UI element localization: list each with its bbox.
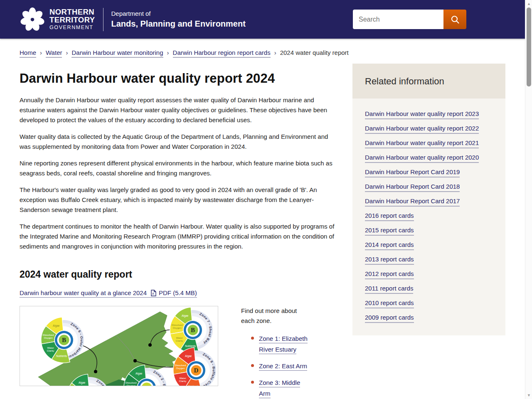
harbour-zones-map: Zone 6 - Outer HarbourAlgaeDissolvedOxyg… bbox=[20, 306, 218, 386]
scrollbar-thumb[interactable] bbox=[527, 7, 531, 86]
breadcrumb-home[interactable]: Home bbox=[20, 49, 36, 58]
nt-flower-icon bbox=[20, 7, 45, 32]
paragraph: The Harbour's water quality was largely … bbox=[20, 185, 335, 215]
related-link[interactable]: Darwin Harbour water quality report 2022 bbox=[365, 125, 479, 134]
zone-3-link[interactable]: Zone 3: Middle Arm bbox=[259, 377, 311, 399]
scrollbar-up-arrow-icon[interactable]: ▲ bbox=[525, 1, 532, 7]
paragraph: The department continues to monitor the … bbox=[20, 222, 335, 251]
svg-text:DissolvedOxygen: DissolvedOxygen bbox=[175, 364, 186, 369]
breadcrumb-separator: › bbox=[274, 49, 276, 56]
svg-text:Algae: Algae bbox=[185, 355, 192, 358]
svg-text:Nutrients: Nutrients bbox=[188, 385, 199, 387]
zone-2-link[interactable]: Zone 2: East Arm bbox=[259, 361, 307, 372]
svg-text:A: A bbox=[152, 292, 154, 295]
svg-text:B: B bbox=[62, 337, 66, 343]
list-item: Zone 2: East Arm bbox=[241, 361, 311, 372]
related-information-title: Related information bbox=[365, 76, 493, 87]
related-link[interactable]: Darwin Harbour water quality report 2023 bbox=[365, 110, 479, 119]
zones-intro-text: Find out more about each zone. bbox=[241, 306, 311, 326]
search-input[interactable] bbox=[353, 10, 443, 29]
site-header: NORTHERN TERRITORY GOVERNMENT Department… bbox=[0, 0, 532, 39]
svg-text:WaterClarity: WaterClarity bbox=[176, 336, 183, 342]
breadcrumb-water[interactable]: Water bbox=[46, 49, 62, 58]
svg-text:DissolvedOxygen: DissolvedOxygen bbox=[126, 381, 137, 386]
breadcrumb-report-cards[interactable]: Darwin Harbour region report cards bbox=[173, 49, 271, 58]
related-link[interactable]: 2013 report cards bbox=[365, 256, 414, 265]
svg-text:WaterClarity: WaterClarity bbox=[179, 377, 187, 382]
related-link[interactable]: 2014 report cards bbox=[365, 241, 414, 250]
svg-text:Algae: Algae bbox=[135, 372, 143, 375]
related-link[interactable]: Darwin Harbour Report Card 2018 bbox=[365, 183, 460, 192]
list-item: Zone 3: Middle Arm bbox=[241, 377, 311, 399]
nt-government-logo[interactable]: NORTHERN TERRITORY GOVERNMENT bbox=[20, 7, 95, 32]
svg-text:DissolvedOxygen: DissolvedOxygen bbox=[43, 333, 54, 339]
search-box bbox=[353, 10, 466, 29]
related-link[interactable]: 2015 report cards bbox=[365, 227, 414, 236]
bullet-icon bbox=[251, 364, 254, 367]
scrollbar-down-arrow-icon[interactable]: ▼ bbox=[525, 392, 532, 398]
svg-text:DissolvedOxygen: DissolvedOxygen bbox=[172, 323, 183, 329]
bullet-icon bbox=[251, 381, 254, 384]
pdf-link-text: Darwin harbour water quality at a glance… bbox=[20, 289, 147, 296]
svg-text:D: D bbox=[194, 367, 199, 374]
pdf-icon: A bbox=[151, 290, 156, 296]
related-information-links: Darwin Harbour water quality report 2023… bbox=[352, 99, 505, 335]
breadcrumb-monitoring[interactable]: Darwin Harbour water monitoring bbox=[71, 49, 163, 58]
search-button[interactable] bbox=[443, 10, 466, 29]
related-link[interactable]: 2012 report cards bbox=[365, 270, 414, 279]
section-title: 2024 water quality report bbox=[20, 269, 335, 280]
svg-text:Algae: Algae bbox=[79, 381, 86, 384]
scrollbar[interactable]: ▲ ▼ bbox=[525, 0, 532, 399]
page: ▲ ▼ NORTHERN TERRITORY GOVERNMENT bbox=[0, 0, 532, 399]
paragraph: Water quality data is collected by the A… bbox=[20, 132, 335, 152]
harbour-map-figure: Zone 6 - Outer HarbourAlgaeDissolvedOxyg… bbox=[20, 306, 218, 386]
bullet-icon bbox=[251, 337, 254, 340]
svg-text:Algae: Algae bbox=[182, 314, 189, 318]
related-link[interactable]: 2010 report cards bbox=[365, 299, 414, 308]
paragraph: Nine reporting zones represent different… bbox=[20, 158, 335, 178]
svg-text:Nutrients: Nutrients bbox=[56, 355, 67, 357]
svg-text:Algae: Algae bbox=[53, 324, 60, 328]
breadcrumb-separator: › bbox=[66, 49, 68, 56]
related-information-header: Related information bbox=[352, 64, 505, 99]
zone-1-link[interactable]: Zone 1: Elizabeth River Estuary bbox=[259, 333, 311, 355]
svg-text:WaterClarity: WaterClarity bbox=[47, 346, 54, 352]
zone-links-list: Zone 1: Elizabeth River Estuary Zone 2: … bbox=[241, 333, 311, 399]
breadcrumb-current: 2024 water quality report bbox=[280, 49, 349, 56]
pdf-link-size: PDF (5.4 MB) bbox=[159, 289, 197, 296]
svg-text:Nutrients: Nutrients bbox=[185, 345, 196, 347]
breadcrumb-separator: › bbox=[40, 49, 42, 56]
related-link[interactable]: 2016 report cards bbox=[365, 212, 414, 221]
nt-government-wordmark: NORTHERN TERRITORY GOVERNMENT bbox=[49, 8, 95, 30]
related-link[interactable]: Darwin Harbour water quality report 2021 bbox=[365, 139, 479, 148]
related-information-panel: Related information Darwin Harbour water… bbox=[352, 64, 505, 399]
related-link[interactable]: Darwin Harbour Report Card 2017 bbox=[365, 197, 460, 207]
list-item: Zone 1: Elizabeth River Estuary bbox=[241, 333, 311, 355]
department-title: Department of Lands, Planning and Enviro… bbox=[111, 10, 245, 29]
breadcrumb: Home›Water›Darwin Harbour water monitori… bbox=[20, 49, 505, 56]
page-title: Darwin Harbour water quality report 2024 bbox=[20, 71, 335, 86]
main-content: Darwin Harbour water quality report 2024… bbox=[20, 64, 335, 399]
intro-paragraph: Annually the Darwin Harbour water qualit… bbox=[20, 95, 335, 125]
svg-text:B: B bbox=[191, 327, 195, 333]
pdf-download-link[interactable]: Darwin harbour water quality at a glance… bbox=[20, 289, 197, 298]
header-divider bbox=[103, 8, 103, 31]
related-link[interactable]: 2011 report cards bbox=[365, 285, 413, 294]
related-link[interactable]: Darwin Harbour Report Card 2019 bbox=[365, 168, 460, 177]
related-link[interactable]: Darwin Harbour water quality report 2020 bbox=[365, 154, 479, 163]
related-link[interactable]: 2009 report cards bbox=[365, 314, 414, 323]
breadcrumb-separator: › bbox=[167, 49, 169, 56]
search-icon bbox=[451, 15, 460, 24]
